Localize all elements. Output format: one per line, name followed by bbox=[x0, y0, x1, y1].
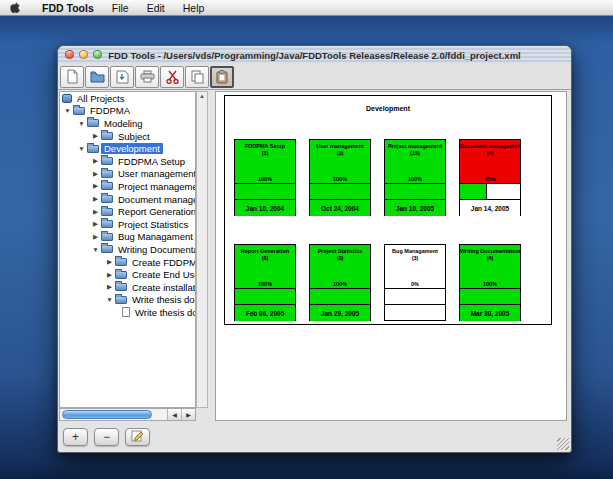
feature-box-project-statistics[interactable]: Project Statistics (3) 100% Jan 29, 2005 bbox=[309, 244, 371, 321]
folder-icon bbox=[101, 208, 113, 216]
menu-edit[interactable]: Edit bbox=[138, 0, 174, 15]
bottom-toolbar: + − bbox=[58, 422, 571, 451]
feature-box-user-management[interactable]: User management (3) 100% Oct 24, 2004 bbox=[309, 139, 371, 216]
desktop: FDD Tools File Edit Help FDD Tools - /Us… bbox=[0, 0, 613, 479]
disclosure-triangle[interactable]: ▶ bbox=[90, 157, 101, 165]
scroll-left-button[interactable]: ◀ bbox=[167, 409, 181, 420]
progress-percent: 100% bbox=[235, 176, 295, 182]
scroll-right-button[interactable]: ▶ bbox=[181, 409, 195, 420]
disclosure-triangle[interactable]: ▶ bbox=[90, 220, 101, 228]
project-icon bbox=[62, 94, 72, 103]
tree-item-modeling[interactable]: ▼ Modeling bbox=[60, 117, 195, 130]
paste-button[interactable] bbox=[210, 66, 234, 88]
folder-icon bbox=[101, 220, 113, 228]
title-bar[interactable]: FDD Tools - /Users/vds/Programming/Java/… bbox=[58, 46, 571, 65]
tree-item-write-thesis-document-leaf[interactable]: Write thesis docum bbox=[60, 306, 195, 319]
tree-item-project-statistics[interactable]: ▶ Project Statistics bbox=[60, 218, 195, 231]
apple-logo-icon bbox=[10, 2, 21, 14]
tree-item-fddpma-setup[interactable]: ▶ FDDPMA Setup bbox=[60, 155, 195, 168]
tree-item-create-fddpma-user-guide[interactable]: ▶ Create FDDPMA user g bbox=[60, 256, 195, 269]
progress-bar bbox=[460, 289, 520, 305]
feature-box-report-generation[interactable]: Report Generation (6) 100% Feb 06, 2005 bbox=[234, 244, 296, 321]
tree-item-bug-management[interactable]: ▶ Bug Managament bbox=[60, 231, 195, 244]
disclosure-triangle[interactable]: ▼ bbox=[104, 296, 115, 303]
tree-item-writing-documentation[interactable]: ▼ Writing Documentation bbox=[60, 243, 195, 256]
new-document-icon bbox=[65, 69, 79, 84]
tree-item-create-end-user-licence[interactable]: ▶ Create End User licenc bbox=[60, 268, 195, 281]
disclosure-triangle[interactable]: ▼ bbox=[76, 145, 87, 152]
progress-fill bbox=[460, 184, 487, 199]
progress-percent: 100% bbox=[385, 176, 445, 182]
progress-percent: 45% bbox=[460, 176, 520, 182]
apple-menu[interactable] bbox=[10, 2, 21, 14]
new-button[interactable] bbox=[60, 66, 84, 88]
tree-item-subject[interactable]: ▶ Subject bbox=[60, 130, 195, 143]
tree-item-report-generation[interactable]: ▶ Report Generation bbox=[60, 205, 195, 218]
save-icon bbox=[115, 70, 129, 84]
copy-icon bbox=[190, 70, 204, 84]
tree-item-development[interactable]: ▼ Development bbox=[60, 142, 195, 155]
feature-box-project-management[interactable]: Project management (15) 100% Jan 10, 200… bbox=[384, 139, 446, 216]
feature-box-writing-documentation[interactable]: Writing Documentation (4) 100% Mar 30, 2… bbox=[459, 244, 521, 321]
disclosure-triangle[interactable]: ▶ bbox=[104, 271, 115, 279]
copy-button[interactable] bbox=[185, 66, 209, 88]
progress-percent: 100% bbox=[310, 281, 370, 287]
tree-item-all-projects[interactable]: All Projects bbox=[60, 92, 195, 105]
disclosure-triangle[interactable]: ▼ bbox=[76, 120, 87, 127]
resize-grip[interactable] bbox=[557, 438, 569, 450]
cut-button[interactable] bbox=[160, 66, 184, 88]
tree-item-user-management[interactable]: ▶ User management bbox=[60, 168, 195, 181]
menu-file[interactable]: File bbox=[103, 0, 138, 15]
progress-percent: 100% bbox=[235, 281, 295, 287]
tree-item-create-installation-guide[interactable]: ▶ Create installation guid bbox=[60, 281, 195, 294]
disclosure-triangle[interactable]: ▶ bbox=[104, 258, 115, 266]
save-button[interactable] bbox=[110, 66, 134, 88]
disclosure-triangle[interactable]: ▶ bbox=[104, 283, 115, 291]
disclosure-triangle[interactable]: ▼ bbox=[62, 107, 73, 114]
print-button[interactable] bbox=[135, 66, 159, 88]
scroll-up-button[interactable]: ▲ bbox=[197, 92, 207, 101]
tree-item-project-management[interactable]: ▶ Project management bbox=[60, 180, 195, 193]
tree-item-write-thesis-document[interactable]: ▼ Write thesis document bbox=[60, 294, 195, 307]
progress-percent: 100% bbox=[460, 281, 520, 287]
scrollbar-thumb[interactable] bbox=[62, 410, 152, 419]
target-date bbox=[385, 305, 445, 321]
add-button[interactable]: + bbox=[63, 428, 88, 446]
folder-icon bbox=[101, 157, 113, 165]
project-tree: All Projects ▼ FDDPMA ▼ Modeling ▶ Subje… bbox=[59, 91, 196, 408]
document-icon bbox=[122, 307, 130, 317]
menu-bar: FDD Tools File Edit Help bbox=[0, 0, 613, 16]
chart-title: Development bbox=[225, 105, 551, 112]
disclosure-triangle[interactable]: ▶ bbox=[90, 132, 101, 140]
folder-icon bbox=[87, 119, 99, 127]
cut-scissors-icon bbox=[166, 70, 179, 84]
feature-box-fddpma-setup[interactable]: FDDPMA Setup (3) 100% Jan 10, 2004 bbox=[234, 139, 296, 216]
remove-button[interactable]: − bbox=[94, 428, 119, 446]
feature-box-bug-management[interactable]: Bug Managament (3) 0% bbox=[384, 244, 446, 321]
disclosure-triangle[interactable]: ▼ bbox=[90, 246, 101, 253]
zoom-button[interactable] bbox=[93, 50, 102, 59]
disclosure-triangle[interactable]: ▶ bbox=[90, 208, 101, 216]
feature-box-document-management[interactable]: Document management (4) 45% Jan 14, 2005 bbox=[459, 139, 521, 216]
tree-vertical-scrollbar[interactable]: ▲ bbox=[196, 91, 208, 408]
edit-button[interactable] bbox=[125, 428, 150, 446]
target-date: Jan 29, 2005 bbox=[310, 305, 370, 321]
progress-bar bbox=[235, 184, 295, 200]
tree-horizontal-scrollbar[interactable]: ◀ ▶ bbox=[59, 408, 196, 421]
menu-help[interactable]: Help bbox=[174, 0, 214, 15]
disclosure-triangle[interactable]: ▶ bbox=[90, 170, 101, 178]
disclosure-triangle[interactable]: ▶ bbox=[90, 182, 101, 190]
menu-fdd-tools[interactable]: FDD Tools bbox=[33, 0, 103, 15]
close-button[interactable] bbox=[65, 50, 74, 59]
open-button[interactable] bbox=[85, 66, 109, 88]
progress-bar bbox=[385, 184, 445, 200]
open-folder-icon bbox=[90, 70, 105, 83]
disclosure-triangle[interactable]: ▶ bbox=[90, 233, 101, 241]
minimize-button[interactable] bbox=[79, 50, 88, 59]
print-icon bbox=[140, 70, 155, 83]
disclosure-triangle[interactable]: ▶ bbox=[90, 195, 101, 203]
tree-item-document-management[interactable]: ▶ Document management bbox=[60, 193, 195, 206]
selected-tree-item: Development bbox=[101, 143, 163, 154]
tree-item-fddpma[interactable]: ▼ FDDPMA bbox=[60, 105, 195, 118]
progress-bar bbox=[460, 184, 520, 200]
